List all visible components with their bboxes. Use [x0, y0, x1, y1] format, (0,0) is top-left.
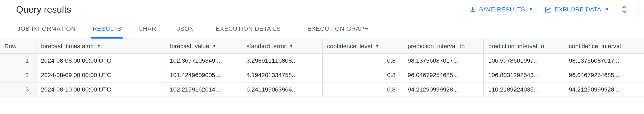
unfold-icon — [621, 5, 628, 14]
explore-data-label: EXPLORE DATA — [554, 6, 601, 13]
cell-prediction-interval-upper: 106.5978601997... — [484, 53, 564, 68]
tab-results[interactable]: RESULTS — [91, 19, 122, 39]
cell-confidence-level: 0.8 — [322, 68, 403, 82]
column-header-confidence-interval[interactable]: confidence_interval — [564, 39, 644, 53]
cell-standard-error: 6.241199063964... — [242, 82, 322, 97]
column-label: forecast_value — [170, 43, 209, 50]
tab-execution-graph[interactable]: EXECUTION GRAPH — [306, 19, 370, 39]
caret-down-icon: ▼ — [605, 7, 609, 12]
save-results-label: SAVE RESULTS — [479, 6, 525, 13]
column-header-prediction-interval-upper[interactable]: prediction_interval_u — [484, 39, 564, 53]
tab-json[interactable]: JSON — [176, 19, 195, 39]
cell-standard-error: 4.194201334758... — [242, 68, 322, 82]
column-header-prediction-interval-lower[interactable]: prediction_interval_lo — [403, 39, 484, 53]
tab-chart[interactable]: CHART — [137, 19, 162, 39]
cell-prediction-interval-lower: 98.13756087017... — [403, 53, 484, 68]
download-icon — [469, 6, 476, 13]
column-header-forecast-timestamp[interactable]: forecast_timestamp▼ — [36, 39, 165, 53]
cell-row-num: 3 — [0, 82, 36, 97]
cell-prediction-interval-upper: 110.2189224035... — [484, 82, 564, 97]
column-header-confidence-level[interactable]: confidence_level▼ — [322, 39, 403, 53]
sort-caret-icon: ▼ — [376, 44, 380, 48]
column-label: Row — [4, 43, 16, 49]
cell-forecast-value: 101.4249609005... — [165, 68, 242, 82]
column-label: confidence_interval — [569, 43, 621, 50]
cell-forecast-timestamp: 2024-08-09 00:00:00 UTC — [36, 68, 165, 82]
results-tabs: JOB INFORMATION RESULTS CHART JSON EXECU… — [0, 19, 644, 39]
cell-standard-error: 3.298911116808... — [242, 53, 322, 68]
column-label: forecast_timestamp — [41, 43, 94, 50]
cell-forecast-value: 102.3677105349... — [165, 53, 242, 68]
cell-confidence-interval: 98.13756087017... — [564, 53, 644, 68]
column-header-row[interactable]: Row — [0, 39, 36, 53]
column-label: prediction_interval_u — [488, 43, 544, 50]
tab-job-information[interactable]: JOB INFORMATION — [16, 19, 77, 39]
column-header-standard-error[interactable]: standard_error▼ — [242, 39, 322, 53]
caret-down-icon: ▼ — [529, 7, 533, 12]
table-row: 1 2024-08-08 00:00:00 UTC 102.3677105349… — [0, 53, 644, 68]
cell-row-num: 1 — [0, 53, 36, 68]
tab-execution-details[interactable]: EXECUTION DETAILS — [214, 19, 282, 39]
table-row: 2 2024-08-09 00:00:00 UTC 101.4249609005… — [0, 68, 644, 82]
column-label: prediction_interval_lo — [408, 43, 465, 50]
column-label: standard_error — [246, 43, 286, 50]
cell-forecast-value: 102.2159162014... — [165, 82, 242, 97]
table-body: 1 2024-08-08 00:00:00 UTC 102.3677105349… — [0, 53, 644, 97]
table-row: 3 2024-08-10 00:00:00 UTC 102.2159162014… — [0, 82, 644, 97]
column-label: confidence_level — [327, 43, 372, 50]
cell-forecast-timestamp: 2024-08-10 00:00:00 UTC — [36, 82, 165, 97]
header-actions: SAVE RESULTS ▼ EXPLORE DATA ▼ — [469, 5, 628, 14]
cell-confidence-interval: 94.21290999928... — [564, 82, 644, 97]
table-header-row: Row forecast_timestamp▼ forecast_value▼ … — [0, 39, 644, 53]
cell-prediction-interval-lower: 94.21290999928... — [403, 82, 484, 97]
chart-up-icon — [544, 6, 552, 13]
cell-prediction-interval-lower: 96.04679254685... — [403, 68, 484, 82]
cell-confidence-level: 0.8 — [322, 53, 403, 68]
sort-caret-icon: ▼ — [97, 44, 101, 48]
save-results-button[interactable]: SAVE RESULTS ▼ — [469, 6, 534, 13]
page-title: Query results — [16, 4, 71, 15]
results-table: Row forecast_timestamp▼ forecast_value▼ … — [0, 39, 644, 97]
sort-caret-icon: ▼ — [212, 44, 216, 48]
explore-data-button[interactable]: EXPLORE DATA ▼ — [544, 6, 609, 13]
cell-row-num: 2 — [0, 68, 36, 82]
results-header: Query results SAVE RESULTS ▼ EXPLORE DAT… — [0, 0, 644, 19]
expand-collapse-button[interactable] — [621, 5, 628, 14]
sort-caret-icon: ▼ — [289, 44, 294, 48]
cell-confidence-interval: 96.04679254685... — [564, 68, 644, 82]
column-header-forecast-value[interactable]: forecast_value▼ — [165, 39, 242, 53]
cell-confidence-level: 0.8 — [322, 82, 403, 97]
cell-prediction-interval-upper: 106.8031292543... — [484, 68, 564, 82]
cell-forecast-timestamp: 2024-08-08 00:00:00 UTC — [36, 53, 165, 68]
